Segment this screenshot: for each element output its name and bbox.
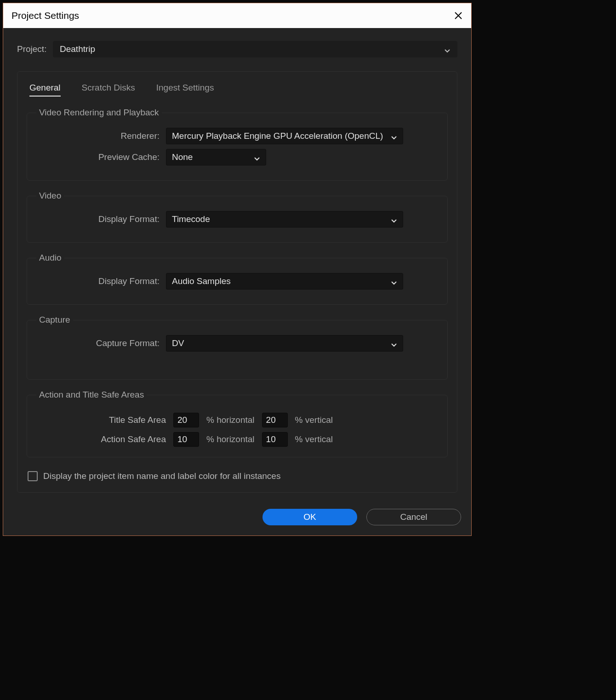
project-select[interactable]: Deathtrip xyxy=(53,41,457,57)
action-safe-vertical-input[interactable] xyxy=(262,432,288,447)
group-capture: Capture Capture Format: DV xyxy=(27,315,448,380)
preview-cache-select[interactable]: None xyxy=(166,149,266,165)
tabs: General Scratch Disks Ingest Settings xyxy=(27,83,448,97)
action-safe-horizontal-input[interactable] xyxy=(173,432,199,447)
video-display-format-label: Display Format: xyxy=(36,214,166,224)
group-safe-areas-legend: Action and Title Safe Areas xyxy=(36,390,147,400)
audio-display-format-label: Display Format: xyxy=(36,276,166,286)
audio-display-format-select[interactable]: Audio Samples xyxy=(166,273,403,290)
preview-cache-label: Preview Cache: xyxy=(36,152,166,162)
title-safe-vertical-input[interactable] xyxy=(262,413,288,427)
dialog-title: Project Settings xyxy=(11,10,79,21)
chevron-down-icon xyxy=(254,154,260,160)
chevron-down-icon xyxy=(391,216,397,222)
ok-button[interactable]: OK xyxy=(262,509,357,525)
settings-panel: General Scratch Disks Ingest Settings Vi… xyxy=(17,71,457,493)
project-value: Deathtrip xyxy=(60,44,95,54)
chevron-down-icon xyxy=(391,278,397,285)
project-row: Project: Deathtrip xyxy=(17,41,457,57)
group-capture-legend: Capture xyxy=(36,315,73,325)
dialog-body: Project: Deathtrip General Scratch Disks… xyxy=(3,28,471,501)
display-name-checkbox-row: Display the project item name and label … xyxy=(28,471,448,481)
video-display-format-select[interactable]: Timecode xyxy=(166,211,403,228)
chevron-down-icon xyxy=(391,133,397,139)
tab-general[interactable]: General xyxy=(29,83,61,97)
close-icon xyxy=(454,11,462,20)
titlebar: Project Settings xyxy=(3,3,471,28)
video-display-format-value: Timecode xyxy=(172,214,210,224)
chevron-down-icon xyxy=(444,46,451,52)
group-rendering-legend: Video Rendering and Playback xyxy=(36,108,162,118)
tab-ingest-settings[interactable]: Ingest Settings xyxy=(156,83,214,97)
cancel-button[interactable]: Cancel xyxy=(366,509,461,525)
group-video-legend: Video xyxy=(36,191,64,201)
action-safe-area-label: Action Safe Area xyxy=(36,434,166,444)
close-button[interactable] xyxy=(453,10,464,21)
pct-horizontal-label: % horizontal xyxy=(206,415,255,425)
renderer-select[interactable]: Mercury Playback Engine GPU Acceleration… xyxy=(166,128,403,144)
group-rendering: Video Rendering and Playback Renderer: M… xyxy=(27,108,448,181)
display-name-checkbox-label: Display the project item name and label … xyxy=(43,471,280,481)
display-name-checkbox[interactable] xyxy=(28,471,38,481)
pct-horizontal-label: % horizontal xyxy=(206,434,255,444)
capture-format-label: Capture Format: xyxy=(36,338,166,348)
project-label: Project: xyxy=(17,44,53,54)
pct-vertical-label: % vertical xyxy=(295,415,333,425)
group-audio-legend: Audio xyxy=(36,253,64,263)
title-safe-horizontal-input[interactable] xyxy=(173,413,199,427)
dialog-footer: OK Cancel xyxy=(3,501,471,535)
capture-format-select[interactable]: DV xyxy=(166,335,403,352)
tab-scratch-disks[interactable]: Scratch Disks xyxy=(82,83,135,97)
title-safe-area-label: Title Safe Area xyxy=(36,415,166,425)
chevron-down-icon xyxy=(391,340,397,347)
project-settings-dialog: Project Settings Project: Deathtrip Gene… xyxy=(3,3,472,536)
capture-format-value: DV xyxy=(172,338,184,348)
renderer-value: Mercury Playback Engine GPU Acceleration… xyxy=(172,131,383,141)
preview-cache-value: None xyxy=(172,152,193,162)
renderer-label: Renderer: xyxy=(36,131,166,141)
pct-vertical-label: % vertical xyxy=(295,434,333,444)
group-safe-areas: Action and Title Safe Areas Title Safe A… xyxy=(27,390,448,457)
group-video: Video Display Format: Timecode xyxy=(27,191,448,243)
audio-display-format-value: Audio Samples xyxy=(172,276,231,286)
group-audio: Audio Display Format: Audio Samples xyxy=(27,253,448,305)
